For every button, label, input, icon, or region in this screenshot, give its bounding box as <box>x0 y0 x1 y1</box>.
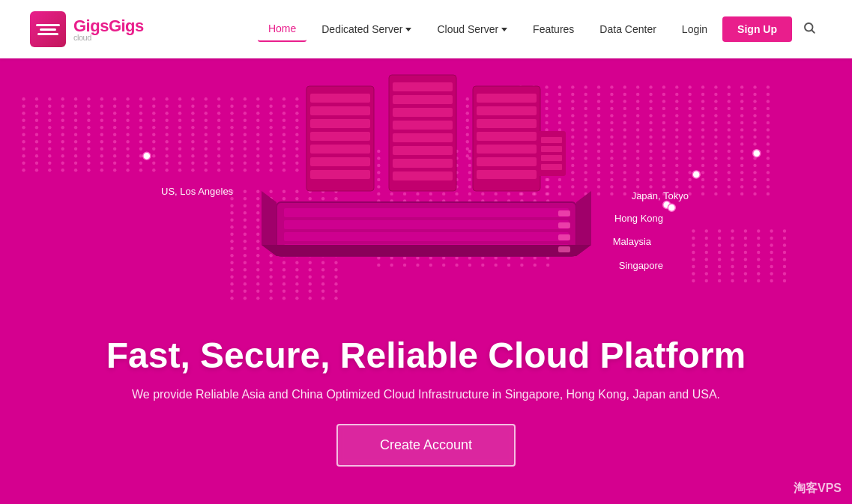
nav-item-login[interactable]: Login <box>671 17 718 41</box>
svg-rect-26 <box>477 170 537 179</box>
svg-rect-23 <box>477 132 537 141</box>
location-hk: Hong Kong <box>614 213 663 224</box>
watermark: 淘客VPS <box>794 481 842 497</box>
nav-links: Home Dedicated Server Cloud Server Featu… <box>258 16 822 42</box>
svg-rect-24 <box>477 145 537 154</box>
chevron-down-icon <box>501 28 507 31</box>
nav-item-data-center[interactable]: Data Center <box>589 17 666 41</box>
hero-section: US, Los Angeles Japan, Tokyo Hong Kong M… <box>0 0 852 504</box>
location-tokyo: Japan, Tokyo <box>632 190 689 201</box>
svg-rect-36 <box>558 222 570 228</box>
nav-item-features[interactable]: Features <box>522 17 584 41</box>
svg-rect-15 <box>393 133 453 142</box>
navbar: GigsGigs cloud Home Dedicated Server Clo… <box>0 0 852 58</box>
svg-rect-12 <box>393 95 453 104</box>
svg-rect-29 <box>284 220 569 229</box>
svg-rect-11 <box>393 82 453 91</box>
svg-line-1 <box>812 30 814 32</box>
svg-rect-40 <box>541 137 562 143</box>
svg-rect-28 <box>284 208 569 217</box>
location-sg: Singapore <box>619 260 663 271</box>
logo-icon <box>30 11 66 47</box>
nav-item-cloud-server[interactable]: Cloud Server <box>426 17 518 41</box>
svg-rect-7 <box>310 145 370 154</box>
svg-rect-6 <box>310 132 370 141</box>
svg-rect-35 <box>558 210 570 216</box>
svg-rect-41 <box>541 146 562 152</box>
svg-rect-8 <box>310 157 370 166</box>
svg-rect-3 <box>310 94 370 103</box>
svg-rect-13 <box>393 108 453 117</box>
nav-item-home[interactable]: Home <box>258 16 306 42</box>
location-us: US, Los Angeles <box>161 186 233 197</box>
svg-rect-16 <box>393 146 453 155</box>
create-account-button[interactable]: Create Account <box>336 424 516 467</box>
hero-subtitle: We provide Reliable Asia and China Optim… <box>0 388 852 401</box>
svg-rect-25 <box>477 157 537 166</box>
svg-rect-4 <box>310 106 370 115</box>
svg-rect-17 <box>393 159 453 168</box>
svg-rect-30 <box>284 232 569 241</box>
svg-rect-37 <box>558 234 570 240</box>
svg-rect-5 <box>310 119 370 128</box>
svg-rect-21 <box>477 106 537 115</box>
search-icon <box>803 21 816 34</box>
hero-title: Fast, Secure, Reliable Cloud Platform <box>0 335 852 376</box>
logo[interactable]: GigsGigs cloud <box>30 11 144 47</box>
svg-rect-14 <box>393 121 453 130</box>
svg-rect-42 <box>541 155 562 161</box>
svg-rect-20 <box>477 94 537 103</box>
chevron-down-icon <box>405 28 411 31</box>
svg-rect-43 <box>541 164 562 170</box>
nav-item-dedicated-server[interactable]: Dedicated Server <box>311 17 422 41</box>
server-illustration <box>262 71 591 266</box>
svg-rect-38 <box>558 246 570 252</box>
svg-rect-22 <box>477 119 537 128</box>
location-my: Malaysia <box>613 236 651 247</box>
svg-rect-18 <box>393 171 453 180</box>
svg-rect-9 <box>310 170 370 179</box>
signup-button[interactable]: Sign Up <box>722 16 792 42</box>
svg-marker-34 <box>262 245 591 256</box>
hero-content: Fast, Secure, Reliable Cloud Platform We… <box>0 335 852 467</box>
search-button[interactable] <box>797 18 822 41</box>
